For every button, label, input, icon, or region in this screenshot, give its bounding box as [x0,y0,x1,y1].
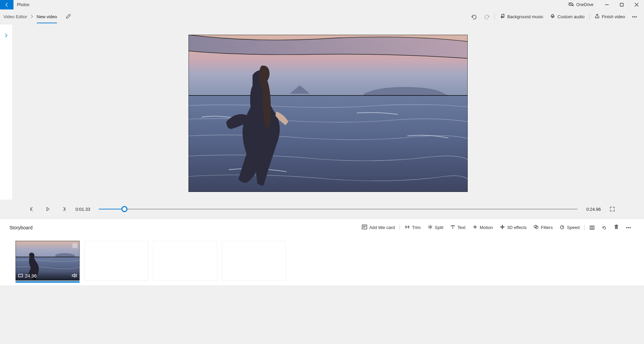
resize-button[interactable] [586,219,598,236]
export-icon [594,13,600,20]
breadcrumb-root[interactable]: Video Editor [3,14,27,19]
rotate-button[interactable] [598,219,610,236]
svg-point-14 [628,227,629,228]
speed-button[interactable]: Speed [556,219,583,236]
storyboard-strip: 24.96 [0,236,644,285]
seek-bar[interactable] [99,208,577,210]
frame-back-button[interactable] [27,204,36,214]
current-time: 0:01.33 [76,207,90,212]
redo-button[interactable] [480,9,493,24]
text-button[interactable]: Text [447,219,469,236]
seek-track [99,209,577,209]
storyboard-empty-slot[interactable] [84,241,148,281]
video-preview[interactable] [188,35,468,192]
app-title: Photos [13,2,29,7]
motion-icon [472,225,478,230]
divider [584,225,585,231]
3d-effects-button[interactable]: 3D effects [496,219,530,236]
breadcrumb-current[interactable]: New video [37,14,57,23]
more-button[interactable] [628,9,641,24]
frame-forward-button[interactable] [59,204,69,214]
total-time: 0:24.96 [586,207,601,212]
chevron-right-icon [4,33,8,39]
filters-button[interactable]: Filters [530,219,556,236]
sparkle-icon [500,225,505,230]
pencil-icon[interactable] [66,13,71,20]
custom-audio-button[interactable]: Custom audio [547,9,588,24]
filters-label: Filters [541,225,553,230]
close-button[interactable] [629,0,644,9]
preview-area [12,24,644,200]
add-title-card-label: Add title card [369,225,395,230]
text-label: Text [458,225,466,230]
background-music-label: Background music [507,14,543,19]
svg-rect-18 [19,274,23,277]
seek-fill [99,209,124,209]
svg-rect-0 [620,3,623,6]
add-title-card-button[interactable]: Add title card [358,219,398,236]
breadcrumb: Video Editor New video [3,13,71,20]
svg-point-4 [636,17,637,17]
clip-select-checkbox[interactable] [72,243,78,248]
storyboard-more-button[interactable] [622,219,635,236]
motion-label: Motion [480,225,493,230]
storyboard-header: Storyboard Add title card Trim Split Tex… [0,219,644,236]
svg-rect-6 [188,95,468,192]
seek-thumb[interactable] [121,206,127,212]
split-button[interactable]: Split [424,219,447,236]
project-library-toggle[interactable] [0,24,12,200]
trash-icon [614,224,619,231]
finish-video-label: Finish video [602,14,625,19]
storyboard-empty-slot[interactable] [153,241,217,281]
clip-duration: 24.96 [25,273,37,279]
player-controls: 0:01.33 0:24.96 [0,200,644,219]
split-label: Split [435,225,443,230]
svg-point-8 [474,226,476,228]
audio-icon [550,13,555,20]
storyboard-title: Storyboard [9,225,32,230]
svg-point-3 [634,17,635,17]
custom-audio-label: Custom audio [557,14,584,19]
svg-point-1 [552,15,554,17]
trim-button[interactable]: Trim [401,219,424,236]
main-area [0,24,644,200]
commandbar: Video Editor New video Background music … [0,9,644,24]
storyboard-clip[interactable]: 24.96 [16,241,80,281]
text-icon [450,225,456,230]
divider [400,225,400,231]
3d-effects-label: 3D effects [507,225,527,230]
filters-icon [533,225,539,230]
storyboard-empty-slot[interactable] [222,241,286,281]
motion-button[interactable]: Motion [469,219,496,236]
svg-rect-12 [590,226,594,229]
divider [589,14,590,20]
cloud-off-icon [568,2,574,8]
back-button[interactable] [0,0,13,9]
svg-point-15 [630,227,631,228]
speed-label: Speed [567,225,580,230]
background-music-button[interactable]: Background music [496,9,547,24]
maximize-button[interactable] [614,0,629,9]
delete-button[interactable] [610,219,622,236]
svg-point-2 [633,17,633,17]
onedrive-label: OneDrive [576,2,593,7]
trim-icon [405,225,410,230]
fullscreen-button[interactable] [608,204,617,214]
undo-button[interactable] [468,9,480,24]
volume-icon[interactable] [71,273,77,279]
split-icon [428,225,433,230]
music-icon [500,13,505,20]
speed-icon [559,225,565,230]
minimize-button[interactable] [599,0,614,9]
clip-overlay: 24.96 [16,271,80,281]
titlebar: Photos OneDrive [0,0,644,9]
onedrive-status[interactable]: OneDrive [568,2,593,8]
play-button[interactable] [43,204,53,214]
title-card-icon [362,225,367,230]
divider [495,14,495,20]
finish-video-button[interactable]: Finish video [591,9,628,24]
svg-rect-7 [362,225,367,229]
trim-label: Trim [412,225,421,230]
chevron-right-icon [31,14,33,19]
svg-point-13 [626,227,627,228]
